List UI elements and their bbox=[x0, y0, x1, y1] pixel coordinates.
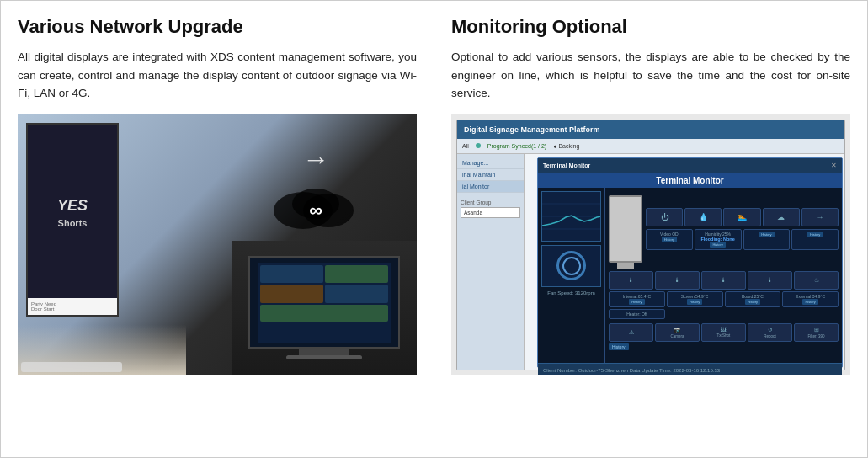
terminal-content: Fan Speed: 3120rpm bbox=[538, 188, 842, 363]
board-temp-history-btn[interactable]: History bbox=[745, 299, 760, 305]
fan-speed-chart bbox=[542, 192, 601, 241]
reboot-icon: ↺ bbox=[768, 327, 773, 333]
humidity-btn-row: History bbox=[697, 242, 739, 248]
client-group-area: Client Group Asanda bbox=[457, 196, 524, 221]
terminal-monitor-window: Terminal Monitor ✕ Terminal Monitor bbox=[537, 157, 843, 368]
temp-values-row: Internal:65.4°C History Screen:54.9°C bbox=[609, 291, 839, 319]
monitor-setup bbox=[232, 241, 417, 375]
display-render bbox=[609, 191, 642, 267]
water-icon-cell: 💧 bbox=[684, 208, 722, 226]
client-group-label: Client Group bbox=[461, 200, 520, 205]
software-sidebar: Manage... inal Maintain ial Monitor Clie… bbox=[457, 154, 525, 370]
screenshot-icon: 🖼 bbox=[721, 327, 727, 333]
display-model bbox=[609, 195, 642, 263]
software-menubar: All Program Synced(1 / 2) ● Backing bbox=[457, 139, 844, 154]
left-panel-title: Various Network Upgrade bbox=[18, 16, 417, 38]
filter-label: Filter: 390 bbox=[807, 334, 824, 338]
display-box bbox=[609, 195, 642, 263]
screenshot-icon-cell: 🖼 TxrShot bbox=[701, 323, 746, 342]
terminal-titlebar: Terminal Monitor ✕ bbox=[538, 158, 842, 173]
filter-icon: ⊞ bbox=[814, 327, 819, 333]
video-od-history-btn[interactable]: History bbox=[662, 237, 677, 242]
terminal-footer-text: Client Number: Outdoor-75-Shenzhen Data … bbox=[543, 368, 720, 373]
status2-history-btn[interactable]: History bbox=[807, 232, 823, 237]
history-bottom-area: History bbox=[609, 344, 839, 350]
monitor-block-2 bbox=[325, 265, 388, 284]
software-body: Manage... inal Maintain ial Monitor Clie… bbox=[457, 154, 844, 370]
main-container: Various Network Upgrade All digital disp… bbox=[0, 0, 868, 458]
video-od-btn-row: History bbox=[648, 237, 690, 242]
monitor-block-4 bbox=[325, 285, 388, 303]
display-footer: Party Need Door Start bbox=[28, 298, 117, 315]
monitor-base bbox=[286, 355, 362, 359]
camera-icon-cell: 📷 Camera bbox=[655, 323, 700, 342]
monitor-display bbox=[258, 263, 391, 343]
temp-icons-row: 🌡 🌡 🌡 bbox=[609, 271, 839, 290]
display-screen-top: YES Shorts bbox=[28, 125, 117, 298]
display-brand: YES bbox=[54, 194, 91, 218]
power-icon: ⏻ bbox=[661, 213, 668, 221]
fan-gauge bbox=[541, 245, 601, 287]
gauge-inner bbox=[562, 257, 581, 275]
humidity-history-btn[interactable]: History bbox=[710, 242, 725, 248]
monitor-block-3 bbox=[260, 285, 323, 303]
cloud-icon-cell: ☁ bbox=[763, 208, 800, 226]
monitor-block-1 bbox=[260, 265, 323, 284]
cloud-icon: ∞ bbox=[265, 178, 366, 233]
screenshot-label: TxrShot bbox=[717, 333, 731, 338]
screen-temp-history-btn[interactable]: History bbox=[687, 299, 702, 305]
display-stand bbox=[617, 263, 634, 269]
sidebar-item-manage[interactable]: Manage... bbox=[457, 157, 524, 169]
menu-item-program[interactable]: Program Synced(1 / 2) bbox=[487, 143, 546, 149]
heater-icon: ♨ bbox=[794, 271, 839, 290]
status2-btn-row: History bbox=[794, 232, 836, 237]
status-icons-row1: ⏻ 💧 🏊 ☁ → bbox=[646, 208, 839, 226]
right-panel: Monitoring Optional Optional to add vari… bbox=[434, 1, 867, 457]
reboot-icon-cell: ↺ Reboot bbox=[748, 323, 792, 342]
heater-status-label: Heater: Off bbox=[611, 312, 663, 317]
screen-temp-btn-row: History bbox=[669, 299, 721, 305]
terminal-right-panel: ⏻ 💧 🏊 ☁ → bbox=[605, 188, 842, 363]
menu-item-all[interactable]: All bbox=[462, 143, 469, 149]
sidebar-item-monitor[interactable]: ial Monitor bbox=[457, 181, 524, 193]
sensor-row-1: Video OD History Humidity:25% bbox=[646, 229, 839, 250]
alert-icon: ⚠ bbox=[629, 329, 634, 336]
temp-icon-1: 🌡 bbox=[609, 271, 653, 290]
alert-icon-cell: ⚠ bbox=[609, 323, 653, 342]
heater-symbol-icon: ♨ bbox=[814, 277, 819, 284]
menu-item-backing[interactable]: ● Backing bbox=[553, 143, 579, 149]
fan-rpm-label: Fan Speed: 3120rpm bbox=[541, 290, 601, 296]
temp-icon-3: 🌡 bbox=[701, 271, 746, 290]
software-titlebar: Digital Signage Management Platform bbox=[457, 120, 844, 139]
action-icons-area: ⚠ 📷 Camera 🖼 bbox=[609, 323, 839, 350]
sidebar-item-maintain[interactable]: inal Maintain bbox=[457, 169, 524, 181]
keyboard-icon bbox=[21, 362, 122, 372]
bottom-history-btn[interactable]: History bbox=[609, 344, 629, 350]
terminal-footer: Client Number: Outdoor-75-Shenzhen Data … bbox=[538, 363, 842, 375]
right-panel-text: Optional to add various sensors, the dis… bbox=[451, 48, 850, 103]
arrow-icon-cell: → bbox=[801, 208, 839, 226]
fan-graph bbox=[541, 191, 601, 242]
right-panel-image: Digital Signage Management Platform All … bbox=[451, 114, 850, 375]
left-panel-image: YES Shorts Party Need Door Start → bbox=[18, 114, 417, 375]
terminal-header: Terminal Monitor bbox=[538, 173, 842, 188]
camera-label: Camera bbox=[670, 334, 684, 338]
cloud2-icon: ☁ bbox=[777, 213, 785, 221]
monitor-block-5 bbox=[260, 305, 388, 322]
external-temp-cell: External:34.9°C History bbox=[782, 291, 839, 307]
humidity-cell: Humidity:25% Flooding: None History bbox=[695, 229, 742, 250]
status1-history-btn[interactable]: History bbox=[759, 232, 774, 237]
monitor-screen bbox=[248, 256, 400, 349]
close-icon[interactable]: ✕ bbox=[831, 162, 837, 169]
board-temp-cell: Board:25°C History bbox=[725, 291, 781, 307]
left-panel-text: All digital displays are integrated with… bbox=[18, 48, 417, 103]
external-temp-history-btn[interactable]: History bbox=[802, 299, 817, 305]
svg-text:∞: ∞ bbox=[309, 200, 322, 221]
swim-icon-cell: 🏊 bbox=[723, 208, 760, 226]
temp-icon-4: 🌡 bbox=[748, 271, 792, 290]
desk-area bbox=[18, 325, 186, 375]
client-name-value: Asanda bbox=[464, 210, 482, 216]
internal-temp-history-btn[interactable]: History bbox=[629, 299, 644, 305]
client-name-field: Asanda bbox=[461, 207, 520, 218]
display-product-sub: Door Start bbox=[31, 306, 114, 312]
